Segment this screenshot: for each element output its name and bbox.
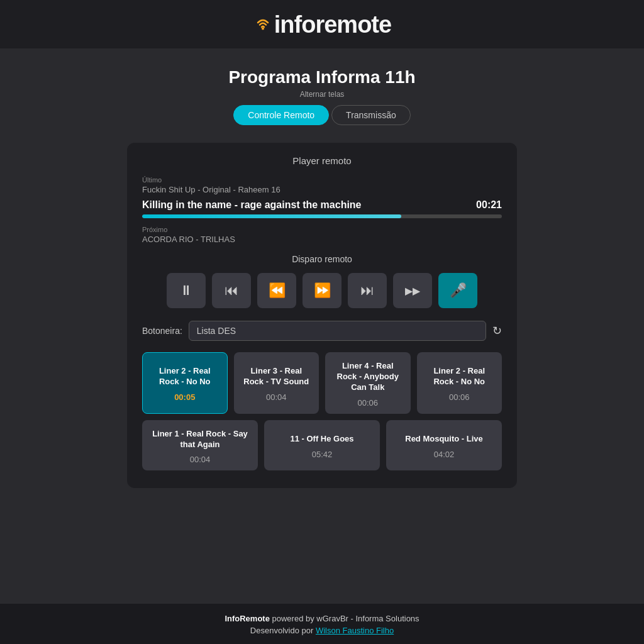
next-icon: ⏭ — [360, 282, 374, 299]
step-forward-icon: ⏩ — [314, 282, 331, 299]
sound-btn-name-row1-2: Liner 4 - Real Rock - Anybody Can Talk — [331, 361, 404, 393]
sound-btn-row2-1[interactable]: 11 - Off He Goes 05:42 — [264, 420, 380, 471]
ultimo-label: Último — [142, 176, 502, 184]
sound-grid-row1: Liner 2 - Real Rock - No No 00:05 Liner … — [142, 352, 502, 414]
sound-btn-name-row1-3: Liner 2 - Real Rock - No No — [423, 366, 496, 387]
pause-icon: ⏸ — [179, 282, 193, 299]
sound-btn-row2-2[interactable]: Red Mosquito - Live 04:02 — [386, 420, 502, 471]
progress-bar-container[interactable] — [142, 214, 502, 218]
sound-btn-name-row2-1: 11 - Off He Goes — [270, 434, 374, 445]
prev-icon: ⏮ — [225, 282, 238, 299]
sound-btn-row2-0[interactable]: Liner 1 - Real Rock - Say that Again 00:… — [142, 420, 258, 471]
sound-btn-time-row1-2: 00:06 — [331, 398, 404, 408]
sound-btn-time-row2-0: 00:04 — [148, 455, 252, 464]
step-back-button[interactable]: ⏪ — [257, 273, 296, 308]
step-back-icon: ⏪ — [269, 282, 286, 299]
step-forward-button[interactable]: ⏩ — [303, 273, 341, 308]
sound-btn-row1-2[interactable]: Liner 4 - Real Rock - Anybody Can Talk 0… — [325, 352, 411, 414]
sound-btn-time-row1-0: 00:05 — [149, 392, 221, 402]
current-track-time: 00:21 — [476, 199, 502, 211]
fast-forward-button[interactable]: ▶▶ — [393, 273, 432, 308]
player-card: Player remoto Último Fuckin Shit Up - Or… — [127, 143, 517, 488]
main-content: Programa Informa 11h Alternar telas Cont… — [0, 48, 644, 604]
svg-point-0 — [262, 27, 264, 30]
tab-transmissao[interactable]: Transmissão — [331, 105, 411, 125]
logo-wifi-icon — [253, 15, 273, 35]
footer-brand: InfoRemote — [225, 614, 270, 623]
footer: InfoRemote powered by wGravBr - Informa … — [0, 604, 644, 644]
sound-btn-row1-3[interactable]: Liner 2 - Real Rock - No No 00:06 — [417, 352, 502, 414]
header: inforemote — [0, 0, 644, 48]
footer-dev-label: Desenvolvido por — [250, 626, 316, 635]
progress-bar-fill — [142, 214, 401, 218]
sound-btn-row1-0[interactable]: Liner 2 - Real Rock - No No 00:05 — [142, 352, 228, 414]
disparo-label: Disparo remoto — [142, 254, 502, 264]
sound-btn-time-row2-2: 04:02 — [392, 450, 496, 459]
sound-btn-time-row1-1: 00:04 — [240, 392, 313, 402]
ultimo-track: Fuckin Shit Up - Original - Raheem 16 — [142, 185, 502, 194]
tab-controle-remoto[interactable]: Controle Remoto — [233, 105, 329, 125]
pause-button[interactable]: ⏸ — [167, 273, 206, 308]
sound-btn-name-row1-1: Liner 3 - Real Rock - TV Sound — [240, 366, 313, 387]
transport-controls: ⏸ ⏮ ⏪ ⏩ ⏭ ▶▶ 🎤 — [142, 273, 502, 308]
proximo-label: Próximo — [142, 226, 502, 233]
logo-wordmark: inforemote — [274, 11, 391, 38]
current-track-name: Killing in the name - rage against the m… — [142, 199, 362, 211]
refresh-icon: ↻ — [492, 325, 502, 337]
botoneira-select[interactable]: Lista DES Lista 1 Lista 2 — [189, 321, 486, 341]
sound-btn-name-row1-0: Liner 2 - Real Rock - No No — [149, 366, 221, 387]
sound-grid-row2: Liner 1 - Real Rock - Say that Again 00:… — [142, 420, 502, 471]
botoneira-label: Botoneira: — [142, 326, 182, 336]
alternar-label: Alternar telas — [300, 90, 345, 99]
tab-row: Controle Remoto Transmissão — [233, 105, 410, 125]
logo-text: inforemote — [274, 11, 391, 38]
mic-button[interactable]: 🎤 — [438, 273, 477, 308]
sound-btn-name-row2-0: Liner 1 - Real Rock - Say that Again — [148, 429, 252, 450]
current-track-row: Killing in the name - rage against the m… — [142, 199, 502, 211]
footer-line1: InfoRemote powered by wGravBr - Informa … — [0, 614, 644, 623]
next-button[interactable]: ⏭ — [348, 273, 387, 308]
prev-button[interactable]: ⏮ — [212, 273, 251, 308]
proximo-track: ACORDA RIO - TRILHAS — [142, 235, 502, 244]
botoneira-row: Botoneira: Lista DES Lista 1 Lista 2 ↻ — [142, 321, 502, 341]
logo-wrap: inforemote — [0, 11, 644, 38]
program-title: Programa Informa 11h — [228, 67, 415, 87]
footer-line2: Desenvolvido por Wilson Faustino Filho — [0, 626, 644, 635]
sound-btn-row1-1[interactable]: Liner 3 - Real Rock - TV Sound 00:04 — [234, 352, 319, 414]
sound-btn-time-row2-1: 05:42 — [270, 450, 374, 459]
sound-btn-name-row2-2: Red Mosquito - Live — [392, 434, 496, 445]
refresh-button[interactable]: ↻ — [492, 324, 502, 338]
fast-forward-icon: ▶▶ — [405, 285, 420, 297]
footer-powered: powered by wGravBr - Informa Solutions — [272, 614, 419, 623]
player-section-title: Player remoto — [142, 155, 502, 166]
sound-btn-time-row1-3: 00:06 — [423, 392, 496, 402]
footer-dev-link[interactable]: Wilson Faustino Filho — [316, 626, 394, 635]
mic-icon: 🎤 — [450, 282, 467, 299]
